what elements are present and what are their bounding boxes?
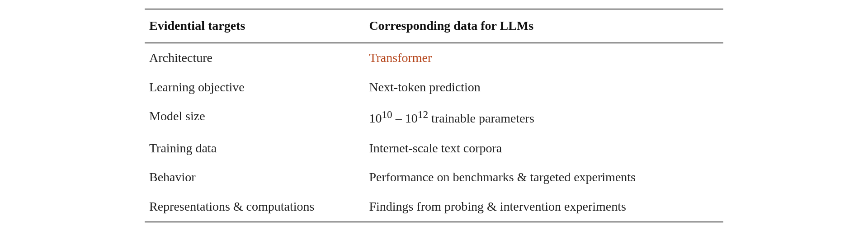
header-evidential-targets: Evidential targets [145,9,364,43]
table-row: Architecture Transformer [145,43,723,73]
data-next-token: Next-token prediction [364,73,723,102]
table-row: Behavior Performance on benchmarks & tar… [145,163,723,192]
table-row: Representations & computations Findings … [145,192,723,222]
target-architecture: Architecture [145,43,364,73]
header-corresponding-data: Corresponding data for LLMs [364,9,723,43]
table-container: Evidential targets Corresponding data fo… [118,0,750,231]
data-model-size: 1010 – 1012 trainable parameters [364,102,723,133]
table-row: Model size 1010 – 1012 trainable paramet… [145,102,723,133]
target-learning-objective: Learning objective [145,73,364,102]
evidential-targets-table: Evidential targets Corresponding data fo… [145,9,723,222]
target-behavior: Behavior [145,163,364,192]
data-behavior: Performance on benchmarks & targeted exp… [364,163,723,192]
table-header-row: Evidential targets Corresponding data fo… [145,9,723,43]
data-transformer: Transformer [364,43,723,73]
table-row: Learning objective Next-token prediction [145,73,723,102]
table-row: Training data Internet-scale text corpor… [145,134,723,163]
data-training-data: Internet-scale text corpora [364,134,723,163]
target-representations: Representations & computations [145,192,364,222]
target-model-size: Model size [145,102,364,133]
target-training-data: Training data [145,134,364,163]
data-representations: Findings from probing & intervention exp… [364,192,723,222]
